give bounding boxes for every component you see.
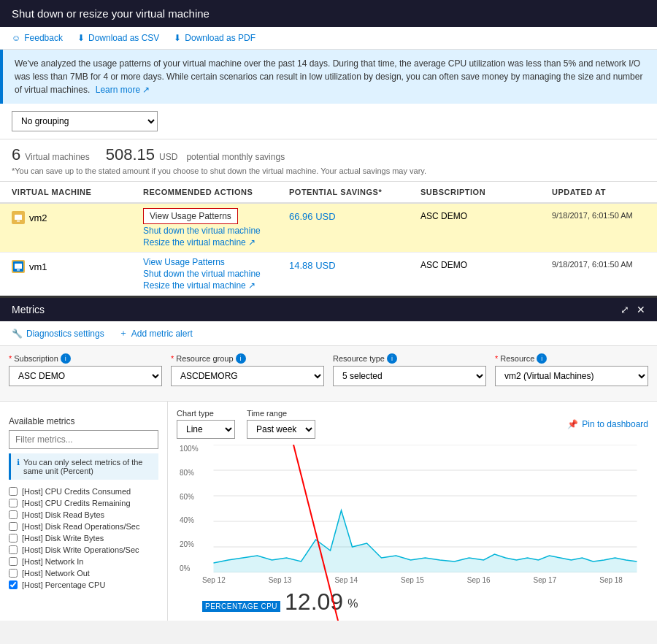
metric-checkbox-pct-cpu[interactable] [9, 580, 18, 589]
actions-cell-vm2: View Usage Patterns Shut down the virtua… [143, 208, 289, 248]
metric-checkbox-cpu-credits-consumed[interactable] [9, 487, 18, 496]
metric-checkbox-network-in[interactable] [9, 557, 18, 566]
resource-group-field: * Resource group i ASCDEMORG [171, 353, 324, 386]
metric-checkbox-network-out[interactable] [9, 569, 18, 578]
metrics-main: Chart type Line Time range Past week 📌 P… [168, 402, 657, 621]
vm-cell-vm2: vm2 [12, 208, 143, 224]
feedback-button[interactable]: ☺ Feedback [12, 33, 63, 43]
chart-svg-container [202, 445, 648, 575]
metric-checkbox-disk-read-bytes[interactable] [9, 510, 18, 519]
resource-group-info-icon: i [236, 353, 246, 364]
main-toolbar: ☺ Feedback ⬇ Download as CSV ⬇ Download … [0, 27, 657, 50]
percentage-label: PERCENTAGE CPU [202, 601, 280, 612]
svg-rect-2 [17, 221, 20, 222]
chart-type-group: Chart type Line [177, 409, 235, 439]
updated-vm1: 9/18/2017, 6:01:50 AM [552, 257, 657, 269]
y-label-20: 20% [180, 540, 199, 548]
col-header-updated: UPDATED AT [552, 188, 657, 196]
chart-type-select[interactable]: Line [177, 420, 235, 439]
learn-more-link[interactable]: Learn more ↗ [96, 85, 150, 95]
metric-item: [Host] Disk Write Operations/Sec [9, 544, 158, 556]
metric-checkbox-disk-read-ops[interactable] [9, 522, 18, 531]
resource-select[interactable]: vm2 (Virtual Machines) [495, 366, 648, 386]
percentage-display: PERCENTAGE CPU 12.09 % [177, 590, 648, 613]
y-label-40: 40% [180, 516, 199, 524]
download-csv-icon: ⬇ [77, 33, 85, 43]
subscription-info-icon: i [61, 353, 71, 364]
svg-rect-5 [17, 269, 20, 271]
col-header-subscription: SUBSCRIPTION [420, 188, 552, 196]
expand-icon[interactable]: ⤢ [620, 304, 629, 315]
wrench-icon: 🔧 [12, 329, 23, 339]
metrics-body: Available metrics ℹ You can only select … [0, 402, 657, 621]
metric-checkbox-cpu-credits-remaining[interactable] [9, 499, 18, 507]
subscription-vm2: ASC DEMO [420, 208, 552, 221]
col-header-vm: VIRTUAL MACHINE [12, 188, 143, 196]
savings-amount: 508.15 [106, 145, 155, 164]
actions-cell-vm1: View Usage Patterns Shut down the virtua… [143, 257, 289, 291]
chart-wrapper: 100% 80% 60% 40% 20% 0% [177, 445, 648, 613]
metric-item: [Host] Disk Write Bytes [9, 532, 158, 544]
savings-currency: USD [159, 152, 177, 162]
metric-item: [Host] Disk Read Bytes [9, 509, 158, 521]
download-csv-button[interactable]: ⬇ Download as CSV [77, 33, 159, 43]
svg-rect-1 [15, 215, 22, 220]
chart-svg [202, 445, 648, 572]
resize-link-vm1[interactable]: Resize the virtual machine ↗ [143, 280, 289, 291]
close-icon[interactable]: ✕ [637, 304, 645, 315]
table-header-row: VIRTUAL MACHINE RECOMMENDED ACTIONS POTE… [0, 182, 657, 204]
col-header-actions: RECOMMENDED ACTIONS [143, 188, 289, 196]
x-label-sep14: Sep 14 [334, 576, 358, 584]
add-metric-alert-button[interactable]: ＋ Add metric alert [119, 327, 193, 340]
x-label-sep17: Sep 17 [534, 576, 557, 584]
metric-item: [Host] Percentage CPU [9, 579, 158, 591]
resource-field: * Resource i vm2 (Virtual Machines) [495, 353, 648, 386]
time-range-select[interactable]: Past week [247, 420, 315, 439]
metric-item: [Host] Disk Read Operations/Sec [9, 521, 158, 532]
y-label-60: 60% [180, 493, 199, 501]
shutdown-link-vm2[interactable]: Shut down the virtual machine [143, 226, 289, 236]
view-usage-button-vm2[interactable]: View Usage Patterns [143, 208, 238, 224]
vm-icon [12, 260, 25, 273]
metrics-filter-row: * Subscription i ASC DEMO * Resource gro… [0, 346, 657, 402]
diagnostics-settings-button[interactable]: 🔧 Diagnostics settings [12, 329, 104, 339]
vm-count: 6 [12, 145, 20, 164]
resource-group-select[interactable]: ASCDEMORG [171, 366, 324, 386]
summary-bar: 6 Virtual machines 508.15 USD potential … [0, 139, 657, 182]
resource-type-select[interactable]: 5 selected [333, 366, 486, 386]
metric-item: [Host] Network In [9, 556, 158, 567]
chart-controls: Chart type Line Time range Past week 📌 P… [177, 409, 648, 439]
time-range-group: Time range Past week [247, 409, 315, 439]
download-pdf-button[interactable]: ⬇ Download as PDF [174, 33, 256, 43]
grouping-select[interactable]: No grouping By subscription By resource … [12, 111, 158, 131]
metric-checkbox-disk-write-ops[interactable] [9, 545, 18, 554]
resource-type-field: Resource type i 5 selected [333, 353, 486, 386]
metrics-hint: ℹ You can only select metrics of the sam… [9, 453, 158, 480]
hint-icon: ℹ [17, 458, 20, 475]
vm-cell-vm1: vm1 [12, 257, 143, 273]
pin-to-dashboard-button[interactable]: 📌 Pin to dashboard [567, 419, 648, 429]
x-axis: Sep 12 Sep 13 Sep 14 Sep 15 Sep 16 Sep 1… [177, 575, 648, 584]
plus-icon: ＋ [119, 327, 128, 340]
savings-label: potential monthly savings [186, 152, 285, 162]
x-label-sep18: Sep 18 [599, 576, 623, 584]
available-metrics-section: Available metrics ℹ You can only select … [9, 416, 158, 591]
subscription-select[interactable]: ASC DEMO [9, 366, 162, 386]
shutdown-link-vm1[interactable]: Shut down the virtual machine [143, 269, 289, 279]
filter-metrics-input[interactable] [9, 430, 158, 449]
metric-checkbox-disk-write-bytes[interactable] [9, 534, 18, 543]
metrics-toolbar: 🔧 Diagnostics settings ＋ Add metric aler… [0, 321, 657, 346]
pin-icon: 📌 [567, 419, 578, 429]
feedback-icon: ☺ [12, 33, 20, 43]
metric-item: [Host] Network Out [9, 567, 158, 579]
page-title: Shut down or resize your virtual machine [12, 7, 210, 20]
view-usage-link-vm1[interactable]: View Usage Patterns [143, 257, 289, 267]
savings-vm1: 14.88 USD [289, 257, 420, 271]
y-label-100: 100% [180, 445, 199, 453]
resize-link-vm2[interactable]: Resize the virtual machine ↗ [143, 237, 289, 248]
y-label-0: 0% [180, 564, 199, 572]
col-header-savings: POTENTIAL SAVINGS* [289, 188, 420, 196]
info-message: We've analyzed the usage patterns of you… [0, 50, 657, 104]
x-label-sep12: Sep 12 [202, 576, 226, 584]
recommendations-table: VIRTUAL MACHINE RECOMMENDED ACTIONS POTE… [0, 182, 657, 296]
